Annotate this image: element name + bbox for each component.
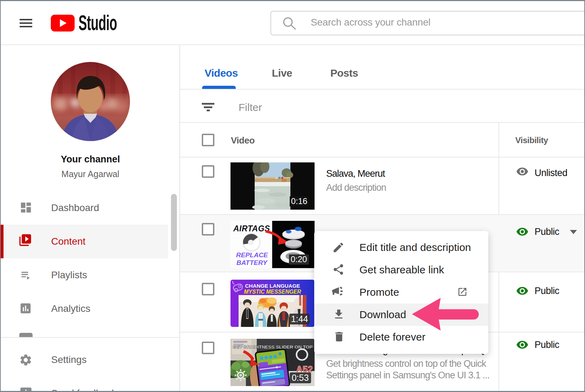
svg-text:0:20: 0:20 (291, 254, 307, 264)
svg-text:AIRTAGS: AIRTAGS (233, 224, 270, 233)
svg-text:MYSTIC MESSENGER: MYSTIC MESSENGER (244, 289, 302, 295)
svg-text:BATTERY: BATTERY (236, 259, 268, 266)
svg-text:CHANGE LANGUAGE: CHANGE LANGUAGE (245, 283, 300, 289)
svg-text:0:53: 0:53 (292, 373, 309, 383)
svg-text:0:16: 0:16 (291, 196, 308, 206)
svg-text:REPLACE: REPLACE (236, 251, 268, 259)
svg-text:1:44: 1:44 (291, 314, 308, 324)
